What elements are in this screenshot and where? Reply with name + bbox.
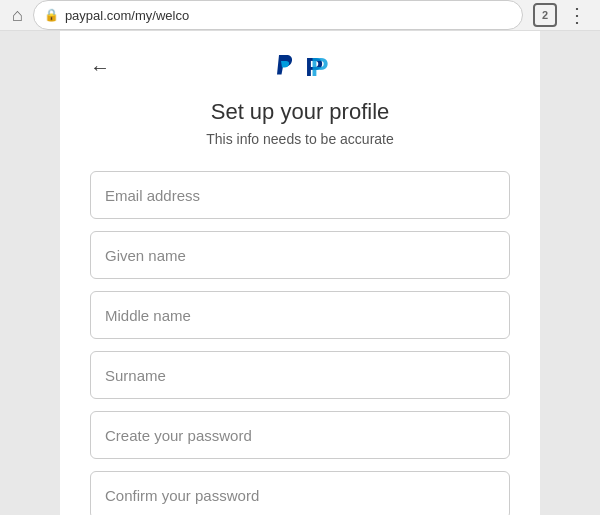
page-title: Set up your profile [90,99,510,125]
browser-chrome: ⌂ 🔒 paypal.com/my/welco 2 ⋮ [0,0,600,31]
back-button[interactable]: ← [90,56,110,79]
middle-name-field-group [90,291,510,339]
surname-input[interactable] [90,351,510,399]
email-field-group [90,171,510,219]
given-name-field-group [90,231,510,279]
address-text: paypal.com/my/welco [65,8,512,23]
nav-header: ← P P [90,51,510,83]
email-input[interactable] [90,171,510,219]
svg-text:P: P [311,52,329,82]
confirm-password-field-group [90,471,510,515]
lock-icon: 🔒 [44,8,59,22]
surname-field-group [90,351,510,399]
paypal-logo-svg [268,51,300,83]
paypal-logo: P P [268,51,332,83]
given-name-input[interactable] [90,231,510,279]
middle-name-input[interactable] [90,291,510,339]
page-subtitle: This info needs to be accurate [90,131,510,147]
tab-count-icon[interactable]: 2 [533,3,557,27]
page-wrapper: ← P P Set up your profile This info need… [0,31,600,515]
home-icon[interactable]: ⌂ [12,5,23,26]
create-password-input[interactable] [90,411,510,459]
confirm-password-input[interactable] [90,471,510,515]
create-password-field-group [90,411,510,459]
paypal-p-mark: P P [300,51,332,83]
browser-menu-icon[interactable]: ⋮ [567,3,588,27]
address-bar[interactable]: 🔒 paypal.com/my/welco [33,0,523,30]
page-card: ← P P Set up your profile This info need… [60,31,540,515]
